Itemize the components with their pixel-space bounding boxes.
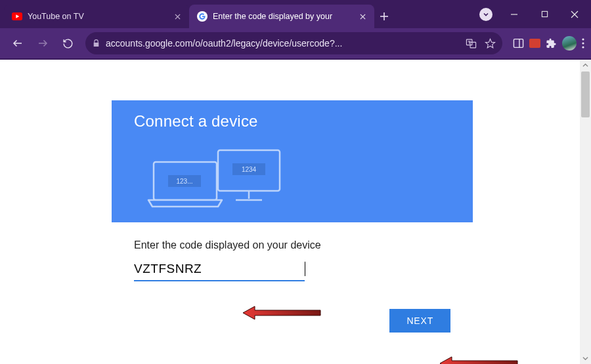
scroll-down-icon[interactable] bbox=[580, 353, 591, 364]
scroll-thumb[interactable] bbox=[581, 71, 590, 117]
page-viewport: Connect a device 1234 123... Ente bbox=[0, 60, 591, 364]
window-titlebar: YouTube on TV Enter the code displayed b… bbox=[0, 0, 591, 28]
reload-button[interactable] bbox=[56, 32, 79, 54]
svg-point-18 bbox=[582, 38, 584, 40]
svg-point-19 bbox=[582, 42, 584, 44]
nav-back-button[interactable] bbox=[7, 32, 29, 54]
translate-icon[interactable] bbox=[466, 38, 477, 49]
tab-enter-code[interactable]: Enter the code displayed by your bbox=[189, 5, 374, 28]
minimize-button[interactable] bbox=[499, 0, 529, 28]
side-panel-icon[interactable] bbox=[513, 38, 524, 49]
svg-marker-15 bbox=[485, 39, 494, 47]
extensions-puzzle-icon[interactable] bbox=[546, 38, 557, 49]
maximize-button[interactable] bbox=[529, 0, 559, 28]
lock-icon bbox=[92, 39, 100, 48]
devices-illustration: 1234 123... bbox=[134, 146, 285, 212]
monitor-code: 1234 bbox=[242, 166, 257, 173]
bookmark-star-icon[interactable] bbox=[485, 38, 496, 49]
annotation-arrow-icon bbox=[440, 355, 519, 364]
tab-label: YouTube on TV bbox=[28, 12, 168, 21]
card-body: Enter the code displayed on your device … bbox=[112, 222, 473, 348]
url-text: accounts.google.com/o/oauth2/legacy/devi… bbox=[106, 38, 460, 49]
device-code-input[interactable] bbox=[134, 260, 305, 281]
page-title: Connect a device bbox=[134, 112, 450, 131]
tab-youtube-tv[interactable]: YouTube on TV bbox=[4, 5, 189, 28]
browser-toolbar: accounts.google.com/o/oauth2/legacy/devi… bbox=[0, 28, 591, 60]
connect-device-card: Connect a device 1234 123... Ente bbox=[112, 100, 473, 348]
svg-rect-8 bbox=[542, 11, 547, 16]
new-tab-button[interactable] bbox=[374, 5, 394, 28]
google-icon bbox=[197, 11, 208, 22]
text-caret bbox=[305, 262, 305, 276]
svg-rect-16 bbox=[514, 39, 523, 48]
extension-icon[interactable] bbox=[529, 39, 540, 48]
youtube-icon bbox=[12, 11, 22, 22]
kebab-menu-icon[interactable] bbox=[582, 38, 584, 49]
card-header: Connect a device 1234 123... bbox=[112, 100, 473, 222]
svg-marker-28 bbox=[440, 357, 517, 364]
close-window-button[interactable] bbox=[559, 0, 590, 28]
close-icon[interactable] bbox=[357, 11, 368, 22]
vertical-scrollbar[interactable] bbox=[580, 60, 591, 364]
close-icon[interactable] bbox=[172, 11, 183, 22]
address-bar[interactable]: accounts.google.com/o/oauth2/legacy/devi… bbox=[85, 32, 502, 54]
window-controls bbox=[479, 0, 591, 28]
tab-search-icon[interactable] bbox=[479, 8, 492, 21]
laptop-code: 123... bbox=[176, 178, 192, 185]
tab-label: Enter the code displayed by your bbox=[213, 12, 353, 21]
next-button[interactable]: NEXT bbox=[389, 309, 450, 333]
nav-fwd-button[interactable] bbox=[32, 32, 54, 54]
browser-tabs: YouTube on TV Enter the code displayed b… bbox=[0, 0, 479, 28]
profile-avatar[interactable] bbox=[562, 36, 577, 51]
svg-point-20 bbox=[582, 46, 584, 48]
scroll-up-icon[interactable] bbox=[580, 60, 591, 71]
code-prompt-label: Enter the code displayed on your device bbox=[134, 239, 450, 251]
